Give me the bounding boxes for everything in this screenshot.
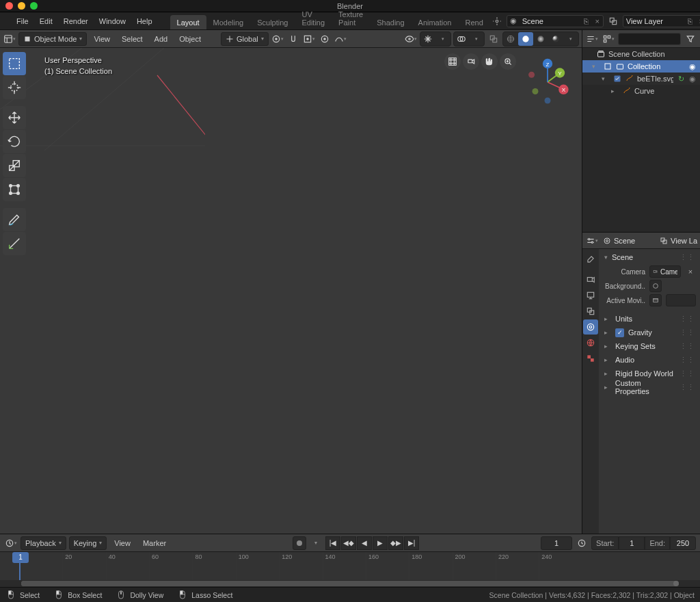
menu-file[interactable]: File [11, 12, 34, 30]
shade-wireframe-icon[interactable] [503, 32, 518, 46]
prop-falloff-icon[interactable]: ▾ [334, 32, 347, 46]
tool-cursor[interactable] [3, 76, 26, 99]
tab-animation[interactable]: Animation [412, 15, 459, 29]
new-layer-icon[interactable]: ⎘ [685, 17, 696, 25]
shade-menu-icon[interactable]: ▾ [563, 32, 578, 46]
zoom-icon[interactable] [463, 53, 479, 70]
panel-options-icon[interactable]: ⋮⋮ [679, 253, 695, 262]
outliner-search[interactable] [618, 33, 681, 45]
shade-solid-icon[interactable] [518, 32, 533, 46]
ptab-view-layer[interactable] [583, 304, 598, 319]
menu-render[interactable]: Render [58, 12, 94, 30]
outliner-row-object[interactable]: ▾ beETle.svg ↻ ◉ [582, 73, 700, 85]
scene-field[interactable]: ◉ ⎘ × [507, 15, 604, 27]
tool-measure[interactable] [3, 232, 26, 255]
tab-modeling[interactable]: Modeling [206, 15, 251, 29]
camera-view-icon[interactable] [444, 53, 461, 70]
close-window-icon[interactable] [5, 2, 13, 10]
playhead[interactable]: 1 [19, 552, 21, 580]
panel-head-scene[interactable]: ▾ Scene ⋮⋮ [600, 250, 699, 264]
keyframe-prev-icon[interactable]: ◀◆ [341, 536, 356, 550]
restrict-icon[interactable]: ↻ [676, 75, 686, 83]
outliner-row-collection[interactable]: ▾ Collection ◉ [582, 60, 700, 73]
outliner-row-scene-collection[interactable]: Scene Collection [582, 48, 700, 60]
menu-help[interactable]: Help [131, 12, 158, 30]
pivot-icon[interactable]: ▾ [271, 32, 284, 46]
timeline-track[interactable]: 20406080100120140160180200220240 1 [0, 552, 700, 580]
ptab-tool[interactable] [583, 252, 598, 267]
tl-menu-marker[interactable]: Marker [138, 536, 171, 550]
eye-icon[interactable]: ◉ [688, 75, 697, 83]
end-frame-field[interactable]: 250 [670, 536, 696, 550]
eye-icon[interactable]: ◉ [688, 62, 697, 71]
panel-rigid-body[interactable]: ▸Rigid Body World⋮⋮ [600, 367, 699, 380]
minimize-window-icon[interactable] [18, 2, 25, 10]
tab-uv-editing[interactable]: UV Editing [295, 7, 332, 29]
expand-icon[interactable]: ▸ [611, 88, 619, 94]
vp-menu-view[interactable]: View [89, 32, 115, 46]
panel-audio[interactable]: ▸Audio⋮⋮ [600, 353, 699, 367]
current-frame-field[interactable]: 1 [541, 536, 572, 550]
viewport-enable-icon[interactable] [603, 62, 612, 71]
tab-rendering[interactable]: Rend [458, 15, 489, 29]
scene-name-input[interactable] [520, 17, 581, 25]
outliner-tree[interactable]: Scene Collection ▾ Collection ◉ ▾ beETle… [582, 48, 700, 233]
panel-keying-sets[interactable]: ▸Keying Sets⋮⋮ [600, 339, 699, 353]
snap-target-icon[interactable]: ▾ [302, 32, 316, 46]
active-clip-field[interactable] [666, 294, 696, 306]
keying-menu[interactable]: Keying▾ [69, 536, 107, 550]
auto-key-icon[interactable] [293, 536, 306, 550]
overlay-menu-icon[interactable]: ▾ [469, 32, 484, 46]
clear-icon[interactable]: × [685, 267, 696, 276]
tool-annotate[interactable] [3, 208, 26, 231]
scene-browse-icon[interactable] [490, 14, 504, 28]
viewport-3d[interactable]: User Perspective (1) Scene Collection Z … [0, 48, 582, 534]
snap-icon[interactable] [286, 32, 300, 46]
ptab-render[interactable] [583, 272, 598, 287]
timeline-type-icon[interactable]: ▾ [4, 536, 18, 550]
view-layer-input[interactable] [623, 17, 685, 25]
filter-icon[interactable] [684, 32, 697, 46]
outliner-type-icon[interactable]: ▾ [585, 32, 599, 46]
timeline-scrollbar[interactable] [0, 580, 700, 587]
gravity-checkbox[interactable]: ✓ [615, 328, 624, 337]
view-layer-field[interactable]: ⎘ × [623, 15, 700, 27]
outliner-row-curve[interactable]: ▸ Curve [582, 85, 700, 97]
pan-icon[interactable] [481, 53, 498, 70]
visibility-icon[interactable]: ▾ [404, 32, 418, 46]
tool-select-box[interactable] [3, 52, 26, 75]
camera-input[interactable] [660, 268, 677, 276]
playback-menu[interactable]: Playback▾ [21, 536, 66, 550]
checkbox-icon[interactable] [612, 74, 622, 83]
mode-selector[interactable]: Object Mode ▾ [18, 32, 87, 46]
start-frame-field[interactable]: 1 [619, 536, 645, 550]
panel-gravity[interactable]: ▸✓Gravity⋮⋮ [600, 326, 699, 339]
overlay-toggle-icon[interactable] [454, 32, 469, 46]
tab-layout[interactable]: Layout [170, 15, 206, 29]
ptab-output[interactable] [583, 288, 598, 303]
maximize-window-icon[interactable] [30, 2, 38, 10]
camera-selector[interactable] [649, 265, 681, 278]
expand-icon[interactable]: ▾ [592, 63, 600, 70]
preview-range-icon[interactable] [575, 536, 589, 550]
axis-gizmo[interactable]: Z X Y [523, 57, 572, 107]
shade-rendered-icon[interactable] [548, 32, 563, 46]
outliner-display-icon[interactable]: ▾ [602, 32, 615, 46]
keyframe-next-icon[interactable]: ◆▶ [388, 536, 403, 550]
gizmo-menu-icon[interactable]: ▾ [435, 32, 450, 46]
play-icon[interactable]: ▶ [373, 536, 388, 550]
background-scene-selector[interactable] [649, 280, 662, 292]
pin-icon[interactable]: ⎘ [581, 17, 592, 25]
vp-menu-object[interactable]: Object [174, 32, 206, 46]
close-scene-icon[interactable]: × [592, 17, 603, 25]
vp-menu-select[interactable]: Select [117, 32, 148, 46]
vp-menu-add[interactable]: Add [150, 32, 173, 46]
expand-icon[interactable]: ▾ [604, 254, 608, 261]
jump-end-icon[interactable]: ▶| [404, 536, 419, 550]
tab-sculpting[interactable]: Sculpting [250, 15, 295, 29]
props-type-icon[interactable]: ▾ [585, 234, 599, 248]
ptab-world[interactable] [583, 335, 598, 350]
tool-scale[interactable] [3, 154, 26, 177]
close-layer-icon[interactable]: × [696, 17, 700, 25]
layer-browse-icon[interactable] [606, 14, 620, 28]
